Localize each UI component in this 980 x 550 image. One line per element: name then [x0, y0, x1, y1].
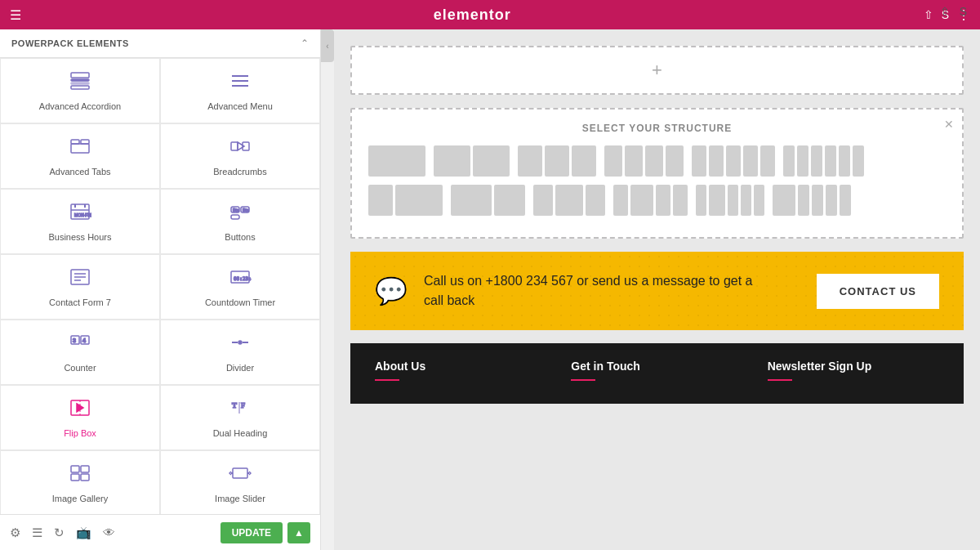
- svg-rect-22: [231, 215, 239, 219]
- widget-advanced-tabs[interactable]: Advanced Tabs: [0, 123, 160, 189]
- footer-underline-2: [571, 379, 595, 381]
- widget-contact-form[interactable]: Contact Form 7: [0, 254, 160, 320]
- sidebar: POWERPACK ELEMENTS ⌃ Advanced Accordion …: [0, 29, 321, 550]
- sidebar-collapse-handle[interactable]: ‹: [321, 29, 334, 62]
- widget-label: Countdown Timer: [205, 297, 275, 308]
- svg-rect-10: [231, 142, 238, 150]
- widget-label: Flip Box: [64, 427, 96, 439]
- widget-buttons[interactable]: BtnBtn Buttons: [160, 189, 320, 254]
- structure-2-3-1-3[interactable]: [451, 185, 525, 216]
- responsive-icon[interactable]: 📺: [76, 525, 91, 540]
- structure-6col[interactable]: [783, 145, 864, 177]
- svg-text:4: 4: [82, 338, 86, 343]
- widget-label: Breadcrumbs: [213, 166, 266, 177]
- layers-icon[interactable]: ☰: [32, 525, 42, 540]
- svg-rect-3: [71, 86, 89, 89]
- sidebar-toolbar: ⚙ ☰ ↻ 📺 👁 UPDATE ▲: [0, 514, 320, 550]
- svg-rect-1: [71, 79, 89, 81]
- widget-label: Image Slider: [215, 493, 265, 504]
- collapse-arrow-icon[interactable]: ⌃: [301, 38, 309, 49]
- widget-label: Business Hours: [48, 231, 111, 243]
- breadcrumbs-icon: [229, 135, 252, 161]
- advanced-tabs-icon: [69, 135, 91, 161]
- elementor-logo: elementor: [434, 7, 511, 24]
- sidebar-header: POWERPACK ELEMENTS ⌃: [0, 29, 320, 58]
- widget-breadcrumbs[interactable]: Breadcrumbs: [160, 123, 320, 189]
- widget-image-slider[interactable]: Image Slider: [160, 450, 320, 514]
- svg-rect-44: [71, 474, 79, 481]
- structure-5col[interactable]: [692, 145, 775, 177]
- countdown-timer-icon: 08:23:45: [229, 266, 252, 292]
- structure-1col[interactable]: [368, 145, 425, 177]
- widget-label: Advanced Tabs: [49, 166, 110, 177]
- structure-row-1: [368, 145, 946, 177]
- update-arrow-button[interactable]: ▲: [287, 522, 310, 543]
- dual-heading-icon: TF: [229, 396, 252, 423]
- update-button[interactable]: UPDATE: [220, 522, 283, 543]
- share-icon[interactable]: ⇧: [924, 8, 933, 21]
- widget-label: Divider: [226, 362, 254, 373]
- widget-label: Buttons: [225, 231, 255, 243]
- widget-flip-box[interactable]: Flip Box: [0, 385, 160, 450]
- contact-us-button[interactable]: CONTACT US: [817, 274, 939, 309]
- widget-countdown-timer[interactable]: 08:23:45 Countdown Timer: [160, 254, 320, 320]
- preview-icon[interactable]: 👁: [103, 525, 115, 539]
- widget-counter[interactable]: 34 Counter: [0, 320, 160, 385]
- footer-newsletter-title: Newsletter Sign Up: [768, 360, 939, 373]
- widget-label: Dual Heading: [213, 427, 268, 439]
- svg-rect-2: [71, 83, 89, 84]
- empty-section[interactable]: +: [350, 46, 964, 95]
- footer-col-newsletter: Newsletter Sign Up: [768, 360, 939, 387]
- phone-chat-icon: 💬: [375, 275, 408, 306]
- structure-selector: ✕ SELECT YOUR STRUCTURE: [350, 108, 964, 239]
- svg-point-34: [238, 341, 242, 344]
- widget-advanced-accordion[interactable]: Advanced Accordion: [0, 58, 160, 123]
- top-bar: ☰ elementor ⇧ S ⋮: [0, 0, 980, 29]
- business-hours-icon: MON-FRI: [69, 200, 91, 226]
- flip-box-icon: [69, 396, 91, 423]
- widget-divider[interactable]: Divider: [160, 320, 320, 385]
- divider-icon: [229, 331, 252, 357]
- widget-business-hours[interactable]: MON-FRI Business Hours: [0, 189, 160, 254]
- structure-row-2: [368, 185, 946, 216]
- svg-text:T: T: [232, 401, 237, 409]
- footer-about-title: About Us: [375, 360, 546, 373]
- structure-4-unequal[interactable]: [613, 185, 688, 216]
- svg-rect-46: [233, 468, 247, 478]
- footer-underline-1: [375, 379, 399, 381]
- widget-grid: Advanced Accordion Advanced Menu Advance…: [0, 58, 320, 514]
- structure-3col[interactable]: [518, 145, 596, 177]
- image-slider-icon: [229, 462, 252, 488]
- structure-6-wide-narrow[interactable]: [773, 185, 851, 216]
- svg-rect-43: [81, 466, 89, 472]
- settings-icon[interactable]: ⚙: [10, 525, 20, 540]
- svg-rect-42: [71, 466, 79, 472]
- advanced-accordion-icon: [69, 69, 91, 96]
- structure-2col[interactable]: [434, 145, 510, 177]
- structure-4col[interactable]: [604, 145, 684, 177]
- svg-rect-45: [81, 474, 89, 481]
- structure-1-3-2-3[interactable]: [368, 185, 443, 216]
- svg-text:3: 3: [73, 338, 76, 343]
- structure-3-unequal[interactable]: [533, 185, 605, 216]
- footer-contact-title: Get in Touch: [571, 360, 742, 373]
- widget-dual-heading[interactable]: TF Dual Heading: [160, 385, 320, 450]
- svg-text:F: F: [241, 401, 245, 409]
- widget-label: Counter: [64, 362, 96, 373]
- hamburger-icon[interactable]: ☰: [10, 7, 21, 23]
- cta-text: Call us on +1800 234 567 or send us a me…: [424, 271, 800, 311]
- svg-marker-11: [238, 142, 244, 150]
- cta-section: 💬 Call us on +1800 234 567 or send us a …: [350, 252, 964, 330]
- counter-icon: 34: [69, 331, 91, 357]
- widget-image-gallery[interactable]: Image Gallery: [0, 450, 160, 514]
- close-structure-icon[interactable]: ✕: [944, 118, 954, 131]
- image-gallery-icon: [69, 462, 91, 488]
- footer-col-about: About Us: [375, 360, 546, 387]
- svg-rect-0: [71, 73, 89, 78]
- add-section-icon[interactable]: +: [652, 60, 662, 81]
- widget-advanced-menu[interactable]: Advanced Menu: [160, 58, 320, 123]
- structure-5-unequal[interactable]: [696, 185, 764, 216]
- history-icon[interactable]: ↻: [54, 525, 65, 540]
- widget-label: Advanced Menu: [207, 101, 273, 112]
- footer-underline-3: [768, 379, 792, 381]
